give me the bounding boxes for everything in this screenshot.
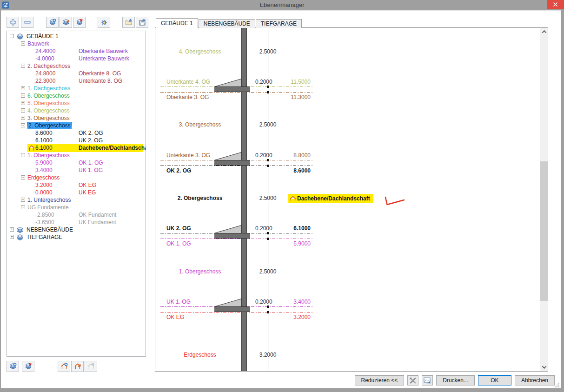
level-description[interactable]: UK EG — [79, 189, 96, 196]
tree-row[interactable]: +TIEFGARAGE — [7, 233, 146, 241]
tree-node-label[interactable]: 1. Dachgeschoss — [27, 85, 70, 92]
tree-row[interactable]: -4.0000Unterkante Bauwerk — [7, 55, 146, 62]
tree-row[interactable]: +4. Obergeschoss — [7, 107, 146, 114]
level-description[interactable]: OK 1. OG — [79, 159, 103, 166]
level-description[interactable]: Unterkante Bauwerk — [79, 55, 129, 62]
scroll-up-button[interactable] — [540, 28, 548, 36]
titlebar[interactable]: Ebenenmanager — [0, 0, 564, 10]
expand-icon[interactable]: + — [10, 227, 14, 232]
tree-row[interactable]: 8.6000OK 2. OG — [7, 129, 146, 137]
level-description[interactable]: UK 2. OG — [79, 137, 103, 144]
edit-level-button[interactable] — [60, 17, 72, 28]
tree-node-label[interactable]: 2. Obergeschoss — [27, 122, 72, 129]
tree-node-label[interactable]: 1. Untergeschoss — [27, 197, 71, 203]
level-value[interactable]: 6.1000 — [35, 145, 78, 151]
tree-row[interactable]: -GEBÄUDE 1 — [7, 33, 146, 40]
level-description[interactable]: UK 1. OG — [79, 167, 103, 173]
insert-level-button[interactable] — [46, 17, 59, 28]
tree-row[interactable]: 0.0000UK EG — [7, 189, 146, 196]
expand-icon[interactable]: + — [21, 116, 25, 120]
save-level-model-button[interactable] — [136, 17, 148, 28]
tab-nebengeb-ude[interactable]: NEBENGEBÄUDE — [199, 19, 255, 28]
tree-row[interactable]: -Erdgeschoss — [7, 174, 146, 181]
tree-row[interactable]: 3.2000OK EG — [7, 181, 146, 189]
tree-row[interactable]: 3.4000UK 1. OG — [7, 166, 146, 174]
expand-icon[interactable]: + — [21, 108, 25, 113]
collapse-icon[interactable]: - — [21, 123, 25, 127]
tree-row[interactable]: 6.1000Dachebene/Dachlandschaft — [7, 144, 146, 152]
level-description[interactable]: Unterkante 8. OG — [79, 78, 122, 84]
tree-row[interactable]: -UG Fundamente — [7, 204, 146, 211]
tree-row[interactable]: +5. Obergeschoss — [7, 100, 146, 107]
tree-row[interactable]: 5.9000OK 1. OG — [7, 159, 146, 166]
level-description[interactable]: OK EG — [79, 182, 96, 188]
collapse-icon[interactable]: - — [10, 34, 14, 38]
tree-node-label[interactable]: 6. Obergeschoss — [27, 93, 70, 99]
expand-icon[interactable]: + — [21, 86, 25, 90]
remove-level-button[interactable] — [22, 361, 34, 372]
tree-row[interactable]: -2. Obergeschoss — [7, 122, 146, 129]
tree-node-label[interactable]: GEBÄUDE 1 — [27, 33, 59, 40]
add-level-button[interactable] — [7, 361, 19, 372]
tab-tiefgarage[interactable]: TIEFGARAGE — [256, 19, 302, 28]
level-value[interactable]: 22.3000 — [35, 78, 78, 84]
collapse-icon[interactable]: - — [21, 64, 25, 68]
collapse-icon[interactable]: - — [21, 153, 25, 157]
tree-row[interactable]: -2. Dachgeschoss — [7, 62, 146, 70]
tree-row[interactable]: 24.8000Oberkante 8. OG — [7, 70, 146, 77]
scrollbar-thumb[interactable] — [540, 161, 548, 301]
resize-grip[interactable] — [554, 382, 560, 388]
level-description[interactable]: UK Fundament — [79, 219, 116, 226]
diagram-scrollbar[interactable] — [540, 28, 548, 371]
tree-row[interactable]: +1. Dachgeschoss — [7, 85, 146, 92]
add-roof-plane-button[interactable] — [58, 361, 70, 372]
level-value[interactable]: -4.0000 — [35, 55, 78, 62]
tree-row[interactable]: -1. Obergeschoss — [7, 152, 146, 159]
cancel-button[interactable]: Abbrechen — [515, 375, 555, 385]
level-value[interactable]: -2.8500 — [35, 212, 78, 218]
settings-tools-button[interactable] — [407, 375, 418, 385]
tree-row[interactable]: +6. Obergeschoss — [7, 92, 146, 100]
reduce-button[interactable]: Reduzieren << — [355, 375, 405, 385]
level-description[interactable]: Oberkante Bauwerk — [79, 48, 128, 54]
level-description[interactable]: OK 2. OG — [79, 130, 103, 136]
delete-level-button[interactable] — [73, 17, 86, 28]
expand-all-button[interactable] — [7, 17, 19, 28]
tree-row[interactable]: +NEBENGEBÄUDE — [7, 226, 146, 233]
collapse-all-button[interactable] — [21, 17, 33, 28]
tree-node-label[interactable]: 4. Obergeschoss — [27, 107, 70, 114]
level-value[interactable]: 5.9000 — [35, 159, 78, 166]
expand-icon[interactable]: + — [21, 101, 25, 105]
level-settings-button[interactable] — [98, 17, 110, 28]
tree-row[interactable]: -Bauwerk — [7, 40, 146, 47]
tree-row[interactable]: 22.3000Unterkante 8. OG — [7, 77, 146, 85]
tree-node-label[interactable]: NEBENGEBÄUDE — [27, 226, 73, 233]
tree-node-label[interactable]: 2. Dachgeschoss — [27, 63, 70, 69]
level-value[interactable]: 3.4000 — [35, 167, 78, 173]
level-value[interactable]: -3.6500 — [35, 219, 78, 226]
expand-icon[interactable]: + — [21, 198, 25, 202]
collapse-icon[interactable]: - — [21, 41, 25, 46]
level-description[interactable]: OK Fundament — [79, 212, 116, 218]
print-button[interactable]: Drucken... — [436, 375, 475, 385]
tree-row[interactable]: -2.8500OK Fundament — [7, 211, 146, 219]
level-description[interactable]: Dachebene/Dachlandschaft — [79, 145, 146, 151]
tree-node-label[interactable]: Erdgeschoss — [27, 174, 60, 181]
level-description[interactable]: Oberkante 8. OG — [79, 70, 121, 77]
tree-row[interactable]: 6.1000UK 2. OG — [7, 137, 146, 144]
tree-node-label[interactable]: Bauwerk — [27, 40, 49, 47]
tree-node-label[interactable]: UG Fundamente — [27, 204, 69, 211]
collapse-icon[interactable]: - — [21, 205, 25, 209]
collapse-icon[interactable]: - — [21, 175, 25, 179]
scroll-down-button[interactable] — [540, 363, 548, 371]
level-tree[interactable]: -GEBÄUDE 1-Bauwerk24.4000Oberkante Bauwe… — [7, 31, 146, 357]
level-value[interactable]: 24.8000 — [35, 70, 78, 77]
level-value[interactable]: 0.0000 — [35, 189, 78, 196]
close-button[interactable] — [547, 0, 564, 9]
tree-row[interactable]: +3. Obergeschoss — [7, 114, 146, 122]
tree-row[interactable]: 24.4000Oberkante Bauwerk — [7, 47, 146, 55]
level-value[interactable]: 3.2000 — [35, 182, 78, 188]
tree-node-label[interactable]: 1. Obergeschoss — [27, 152, 70, 159]
export-image-button[interactable] — [422, 375, 433, 385]
level-value[interactable]: 6.1000 — [35, 137, 78, 144]
